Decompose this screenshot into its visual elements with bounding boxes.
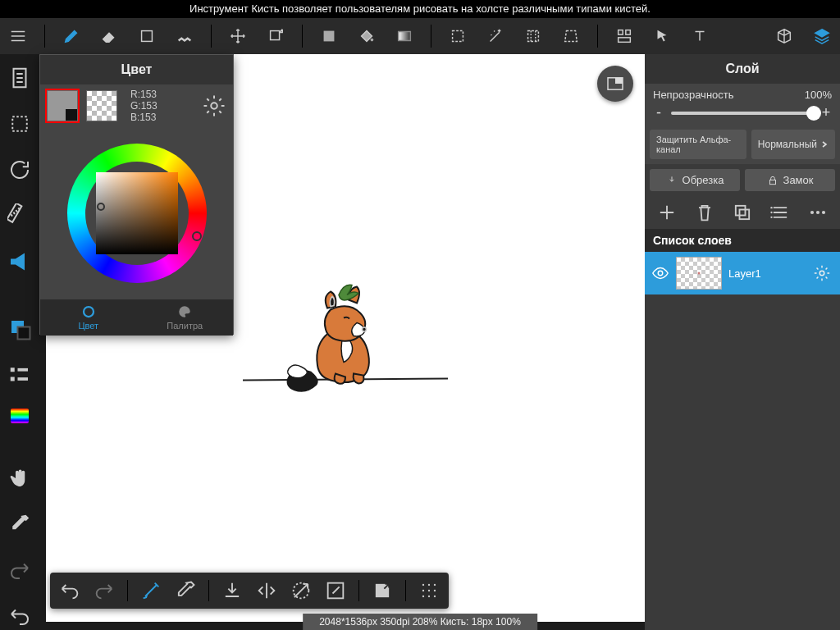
svg-rect-14 xyxy=(18,327,30,340)
eraser-tool[interactable] xyxy=(98,25,121,48)
layer-tools-row xyxy=(645,196,840,229)
edit-button[interactable] xyxy=(324,579,347,602)
crop-button[interactable]: Обрезка xyxy=(650,169,740,191)
reference-window-button[interactable] xyxy=(597,66,633,102)
svg-rect-1 xyxy=(271,31,280,40)
color-panel-title: Цвет xyxy=(40,55,233,84)
export-button[interactable] xyxy=(371,579,394,602)
move-tool[interactable] xyxy=(226,25,249,48)
color-settings-button[interactable] xyxy=(202,94,226,118)
svg-point-41 xyxy=(428,590,430,591)
bucket-tool[interactable] xyxy=(355,25,378,48)
protect-alpha-button[interactable]: Защитить Альфа-канал xyxy=(650,130,746,159)
svg-rect-2 xyxy=(324,31,335,42)
bottom-toolbar xyxy=(50,573,449,609)
opacity-slider[interactable] xyxy=(671,112,814,115)
pointer-tool[interactable] xyxy=(651,25,673,48)
svg-rect-9 xyxy=(619,38,631,43)
layer-properties-button[interactable] xyxy=(769,201,792,224)
import-button[interactable] xyxy=(221,579,244,602)
svg-rect-24 xyxy=(736,206,746,216)
opacity-value: 100% xyxy=(805,89,832,101)
marquee-tool[interactable] xyxy=(446,25,469,48)
3d-cube-button[interactable] xyxy=(773,25,796,48)
svg-point-20 xyxy=(363,327,367,331)
layer-more-button[interactable] xyxy=(806,201,829,224)
svg-point-33 xyxy=(819,271,824,276)
svg-point-37 xyxy=(422,584,424,586)
layers-toggle-button[interactable] xyxy=(810,25,833,48)
visibility-icon[interactable] xyxy=(651,264,669,282)
svg-point-31 xyxy=(822,211,825,214)
brush-edit-button[interactable] xyxy=(139,579,162,602)
dual-rect-icon[interactable] xyxy=(7,317,32,341)
background-swatch[interactable] xyxy=(86,90,117,121)
color-picker-button[interactable] xyxy=(174,579,197,602)
eyedropper-icon[interactable] xyxy=(7,512,32,536)
lock-button[interactable]: Замок xyxy=(745,169,835,191)
undo-button[interactable] xyxy=(58,579,81,602)
svg-point-44 xyxy=(428,596,430,597)
perspective-tool[interactable] xyxy=(559,25,582,48)
ruler-icon[interactable] xyxy=(7,203,32,228)
svg-point-21 xyxy=(211,103,217,109)
shape-tool[interactable] xyxy=(135,25,158,48)
grid-button[interactable] xyxy=(418,579,441,602)
svg-rect-8 xyxy=(626,30,631,35)
color-swatch-row: R:153 G:153 B:153 xyxy=(40,84,233,127)
svg-rect-4 xyxy=(399,32,411,41)
brush-tool[interactable] xyxy=(60,25,83,48)
opacity-plus[interactable]: + xyxy=(820,104,832,121)
add-layer-button[interactable] xyxy=(655,201,678,224)
duplicate-layer-button[interactable] xyxy=(731,201,754,224)
blend-mode-button[interactable]: Нормальный xyxy=(751,130,835,159)
svg-point-43 xyxy=(422,596,424,597)
undo-icon[interactable] xyxy=(7,604,32,628)
svg-rect-5 xyxy=(453,31,463,42)
layer-settings-button[interactable] xyxy=(809,260,835,286)
svg-rect-6 xyxy=(528,31,539,42)
svg-point-45 xyxy=(434,596,436,597)
smudge-tool[interactable] xyxy=(173,25,196,48)
left-toolbar xyxy=(0,54,39,630)
selection-icon[interactable] xyxy=(7,112,32,136)
menu-button[interactable] xyxy=(7,25,30,48)
color-panel-tabs: Цвет Палитра xyxy=(40,299,233,336)
foreground-swatch[interactable] xyxy=(47,90,78,121)
rainbow-icon[interactable] xyxy=(7,409,32,423)
fill-rect-tool[interactable] xyxy=(317,25,340,48)
svg-point-22 xyxy=(84,307,94,317)
document-icon[interactable] xyxy=(7,66,32,90)
status-bar: 2048*1536px 350dpi 208% Кисть: 18px 100% xyxy=(303,614,537,630)
svg-rect-18 xyxy=(615,78,623,84)
crop-tool[interactable] xyxy=(522,25,545,48)
tooltip-bar: Инструмент Кисть позволяет пользователям… xyxy=(0,0,840,18)
palette-tab[interactable]: Палитра xyxy=(137,299,234,336)
magic-wand-tool[interactable] xyxy=(484,25,507,48)
reload-icon[interactable] xyxy=(7,158,32,182)
svg-rect-16 xyxy=(11,377,15,381)
announce-icon[interactable] xyxy=(7,249,32,274)
text-tool[interactable] xyxy=(688,25,711,48)
arrange-tool[interactable] xyxy=(613,25,636,48)
list-icon[interactable] xyxy=(7,363,32,387)
layer-list: Layer1 xyxy=(645,252,840,630)
layer-opacity-section: Непрозрачность 100% - + xyxy=(645,84,840,125)
top-toolbar xyxy=(0,18,840,54)
lasso-button[interactable] xyxy=(290,579,313,602)
opacity-minus[interactable]: - xyxy=(653,104,664,121)
mirror-button[interactable] xyxy=(255,579,278,602)
opacity-label: Непрозрачность xyxy=(653,89,734,101)
redo-icon[interactable] xyxy=(7,558,32,582)
svg-point-3 xyxy=(371,39,374,42)
gradient-tool[interactable] xyxy=(393,25,416,48)
delete-layer-button[interactable] xyxy=(693,201,716,224)
transform-tool[interactable] xyxy=(264,25,287,48)
canvas-artwork xyxy=(239,276,452,415)
svg-point-38 xyxy=(428,584,430,586)
hand-icon[interactable] xyxy=(7,466,32,491)
rgb-readout: R:153 G:153 B:153 xyxy=(130,89,158,123)
color-tab[interactable]: Цвет xyxy=(40,299,137,336)
color-wheel[interactable] xyxy=(40,127,233,299)
redo-button[interactable] xyxy=(93,579,116,602)
